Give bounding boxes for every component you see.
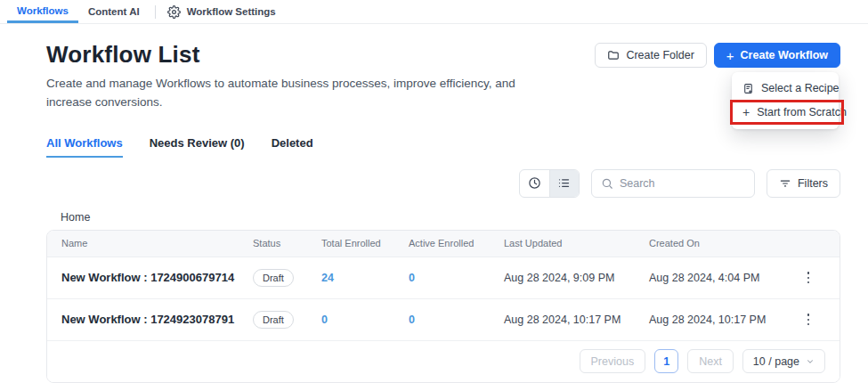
filter-icon bbox=[779, 177, 791, 190]
menu-item-start-from-scratch[interactable]: + Start from Scratch bbox=[732, 100, 839, 125]
page-header-text: Workflow List Create and manage Workflow… bbox=[46, 41, 520, 112]
header-actions: Create Folder + Create Workflow Select a… bbox=[595, 43, 840, 68]
table-row: New Workflow : 1724900679714 Draft 24 0 … bbox=[47, 257, 840, 299]
nav-workflow-settings-label: Workflow Settings bbox=[187, 6, 276, 17]
status-badge: Draft bbox=[253, 311, 294, 329]
total-enrolled-link[interactable]: 24 bbox=[321, 272, 409, 284]
status-badge: Draft bbox=[253, 269, 294, 287]
view-toggle-list[interactable] bbox=[549, 170, 579, 197]
create-workflow-label: Create Workflow bbox=[741, 49, 828, 61]
next-page-button[interactable]: Next bbox=[687, 349, 734, 373]
column-header-active-enrolled: Active Enrolled bbox=[409, 238, 504, 248]
content-area: Workflow List Create and manage Workflow… bbox=[0, 41, 868, 383]
table-header-row: Name Status Total Enrolled Active Enroll… bbox=[47, 231, 840, 257]
workflow-list-page: Workflows Content AI Workflow Settings W… bbox=[0, 0, 868, 391]
breadcrumb[interactable]: Home bbox=[46, 211, 840, 224]
table-row: New Workflow : 1724923078791 Draft 0 0 A… bbox=[47, 299, 840, 341]
search-input[interactable] bbox=[620, 177, 745, 190]
column-header-name: Name bbox=[61, 238, 253, 248]
table-footer: Previous 1 Next 10 / page bbox=[47, 341, 840, 382]
last-updated-value: Aug 28 2024, 9:09 PM bbox=[504, 272, 649, 284]
status-cell: Draft bbox=[253, 311, 321, 329]
column-header-created-on: Created On bbox=[649, 238, 791, 248]
plus-icon: + bbox=[742, 105, 750, 119]
nav-divider bbox=[155, 5, 156, 19]
menu-item-start-from-scratch-label: Start from Scratch bbox=[757, 106, 847, 118]
list-icon bbox=[557, 176, 571, 190]
tab-deleted[interactable]: Deleted bbox=[272, 136, 313, 158]
nav-tab-content-ai-label: Content AI bbox=[88, 6, 140, 17]
column-header-status: Status bbox=[253, 238, 321, 248]
search-icon bbox=[601, 177, 613, 190]
workflow-name-link[interactable]: New Workflow : 1724923078791 bbox=[61, 313, 253, 326]
page-header: Workflow List Create and manage Workflow… bbox=[46, 41, 840, 112]
last-updated-value: Aug 28 2024, 10:17 PM bbox=[504, 314, 649, 326]
tab-deleted-label: Deleted bbox=[272, 136, 313, 150]
filters-label: Filters bbox=[798, 177, 828, 190]
tab-all-workflows[interactable]: All Workflows bbox=[46, 136, 123, 158]
row-actions bbox=[791, 310, 825, 329]
view-toggle-recent[interactable] bbox=[520, 170, 549, 197]
tab-needs-review-label: Needs Review (0) bbox=[150, 136, 245, 150]
kebab-menu-icon[interactable] bbox=[802, 268, 815, 287]
filters-button[interactable]: Filters bbox=[767, 169, 840, 198]
created-on-value: Aug 28 2024, 10:17 PM bbox=[649, 314, 791, 326]
create-workflow-button[interactable]: + Create Workflow Select a Recipe + Star bbox=[714, 43, 840, 68]
page-title: Workflow List bbox=[46, 41, 520, 69]
workflow-tabs: All Workflows Needs Review (0) Deleted bbox=[46, 136, 840, 158]
previous-page-button[interactable]: Previous bbox=[580, 349, 646, 373]
column-header-total-enrolled: Total Enrolled bbox=[321, 238, 409, 248]
column-header-last-updated: Last Updated bbox=[504, 238, 649, 248]
page-size-select[interactable]: 10 / page bbox=[742, 349, 825, 373]
current-page-button[interactable]: 1 bbox=[654, 349, 678, 373]
recipe-icon bbox=[742, 83, 754, 94]
folder-icon bbox=[607, 49, 620, 61]
search-box bbox=[591, 169, 755, 198]
total-enrolled-link[interactable]: 0 bbox=[321, 314, 409, 326]
page-size-label: 10 / page bbox=[753, 355, 799, 368]
nav-tab-content-ai[interactable]: Content AI bbox=[78, 0, 150, 23]
nav-workflow-settings[interactable]: Workflow Settings bbox=[167, 0, 276, 23]
kebab-menu-icon[interactable] bbox=[802, 310, 815, 329]
create-folder-label: Create Folder bbox=[626, 49, 694, 61]
active-enrolled-link[interactable]: 0 bbox=[409, 272, 504, 284]
page-description: Create and manage Workflows to automate … bbox=[46, 75, 520, 112]
nav-tab-workflows[interactable]: Workflows bbox=[7, 0, 78, 23]
nav-tab-workflows-label: Workflows bbox=[17, 5, 69, 16]
active-enrolled-link[interactable]: 0 bbox=[409, 314, 504, 326]
plus-icon: + bbox=[726, 49, 734, 62]
gear-icon bbox=[167, 5, 181, 19]
clock-icon bbox=[528, 176, 541, 190]
menu-item-select-a-recipe-label: Select a Recipe bbox=[761, 82, 840, 94]
create-folder-button[interactable]: Create Folder bbox=[595, 43, 706, 68]
create-workflow-dropdown: Select a Recipe + Start from Scratch bbox=[732, 72, 839, 129]
view-toggle-group bbox=[519, 169, 580, 198]
tab-all-workflows-label: All Workflows bbox=[46, 136, 123, 150]
menu-item-select-a-recipe[interactable]: Select a Recipe bbox=[732, 77, 839, 100]
workflow-table: Name Status Total Enrolled Active Enroll… bbox=[46, 230, 840, 383]
status-cell: Draft bbox=[253, 269, 321, 287]
tab-needs-review[interactable]: Needs Review (0) bbox=[150, 136, 245, 158]
top-nav: Workflows Content AI Workflow Settings bbox=[0, 0, 868, 24]
list-toolbar: Filters bbox=[46, 169, 840, 198]
workflow-name-link[interactable]: New Workflow : 1724900679714 bbox=[61, 271, 253, 284]
created-on-value: Aug 28 2024, 4:04 PM bbox=[649, 272, 791, 284]
row-actions bbox=[791, 268, 825, 287]
chevron-down-icon bbox=[806, 357, 815, 366]
